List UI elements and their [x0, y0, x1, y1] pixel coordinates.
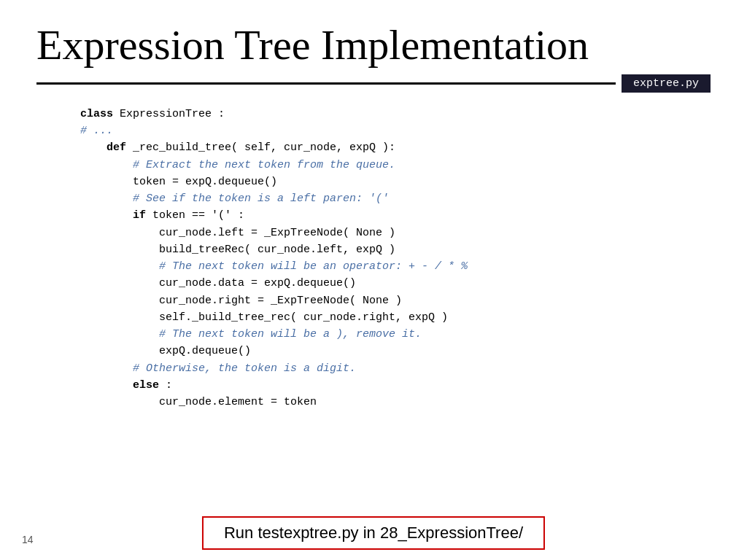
code-line: build_treeRec( cur_node.left, expQ ): [80, 241, 711, 258]
code-line: cur_node.data = expQ.dequeue(): [80, 275, 711, 292]
code-line: # The next token will be a ), remove it.: [80, 326, 711, 343]
keyword: else: [133, 379, 159, 392]
comment: # See if the token is a left paren: '(': [133, 192, 389, 205]
code-line: token = expQ.dequeue(): [80, 174, 711, 190]
comment: # The next token will be a ), remove it.: [159, 328, 422, 341]
slide-number: 14: [22, 534, 34, 545]
code-line: expQ.dequeue(): [80, 343, 711, 359]
code-line: else :: [80, 377, 711, 394]
code-line: # Otherwise, the token is a digit.: [80, 360, 711, 377]
keyword: if: [133, 209, 146, 222]
code-line: # See if the token is a left paren: '(': [80, 190, 711, 207]
code-line: # ...: [80, 122, 711, 139]
filename-badge: exptree.py: [622, 74, 711, 93]
code-block: class ExpressionTree :# ... def _rec_bui…: [36, 106, 711, 411]
code-line: cur_node.element = token: [80, 394, 711, 411]
comment: # Extract the next token from the queue.: [133, 159, 395, 171]
keyword: class: [80, 108, 113, 120]
keyword: def: [107, 141, 126, 154]
code-line: def _rec_build_tree( self, cur_node, exp…: [80, 139, 711, 156]
code-line: self._build_tree_rec( cur_node.right, ex…: [80, 309, 711, 326]
code-line: # Extract the next token from the queue.: [80, 157, 711, 174]
slide-container: Expression Tree Implementation exptree.p…: [0, 0, 747, 560]
title-underline: [36, 82, 616, 85]
title-underline-row: exptree.py: [36, 74, 711, 93]
code-line: class ExpressionTree :: [80, 106, 711, 122]
code-line: cur_node.left = _ExpTreeNode( None ): [80, 225, 711, 241]
code-line: # The next token will be an operator: + …: [80, 258, 711, 275]
run-box: Run testexptree.py in 28_ExpressionTree/: [202, 516, 545, 550]
comment: # ...: [80, 125, 113, 137]
slide-title: Expression Tree Implementation: [36, 22, 711, 69]
comment: # The next token will be an operator: + …: [159, 260, 468, 273]
comment: # Otherwise, the token is a digit.: [133, 362, 356, 375]
code-line: cur_node.right = _ExpTreeNode( None ): [80, 292, 711, 309]
code-line: if token == '(' :: [80, 207, 711, 224]
